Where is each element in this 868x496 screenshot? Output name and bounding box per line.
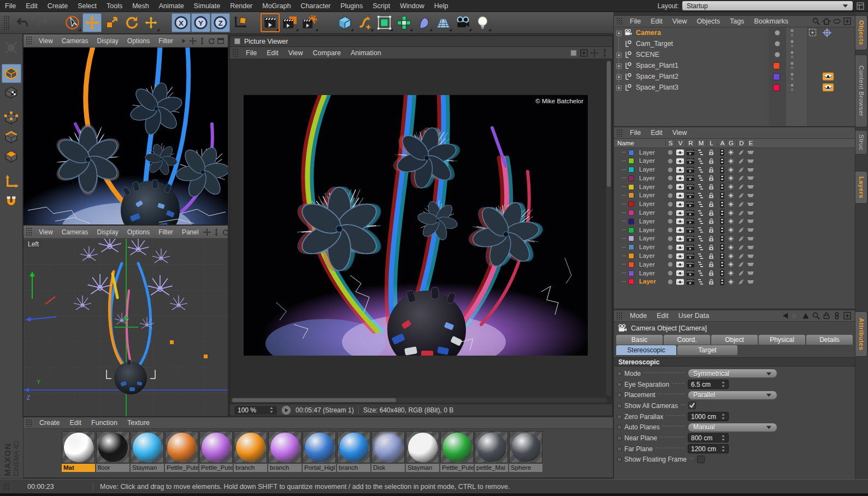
column-header[interactable]: R: [686, 140, 695, 146]
manager-icon[interactable]: [697, 218, 705, 225]
animation-icon[interactable]: [718, 218, 726, 225]
generator-icon[interactable]: [727, 210, 735, 216]
solo-dot-icon[interactable]: [666, 235, 674, 242]
display-tag-icon[interactable]: [808, 28, 817, 37]
attribute-tab[interactable]: Target: [677, 345, 737, 355]
material-item[interactable]: branch: [234, 431, 267, 472]
points-mode-icon[interactable]: [2, 109, 21, 128]
layer-name[interactable]: Layer: [639, 270, 655, 276]
material-item[interactable]: Mat: [62, 431, 95, 472]
material-name[interactable]: Pettle_Pute: [199, 464, 233, 472]
render-clap-icon[interactable]: [687, 184, 694, 190]
menu-item[interactable]: Create: [43, 2, 73, 10]
visible-eye-icon[interactable]: [676, 184, 684, 190]
menu-item[interactable]: Create: [34, 419, 65, 427]
manager-icon[interactable]: [697, 201, 705, 208]
menu-item[interactable]: File: [625, 17, 646, 25]
lock-icon[interactable]: [707, 175, 715, 181]
solo-dot-icon[interactable]: [666, 270, 674, 276]
solo-dot-icon[interactable]: [666, 253, 674, 259]
dropdown-select[interactable]: Manual: [688, 423, 777, 432]
solo-dot-icon[interactable]: [666, 201, 674, 208]
expression-icon[interactable]: [747, 244, 754, 251]
panel-grip[interactable]: [616, 17, 623, 25]
manager-icon[interactable]: [697, 253, 705, 259]
back-icon[interactable]: [781, 311, 789, 320]
panel-grip[interactable]: [616, 312, 623, 320]
manager-icon[interactable]: [697, 167, 705, 173]
lock-icon[interactable]: [707, 149, 715, 156]
expression-icon[interactable]: [747, 192, 754, 199]
menu-item[interactable]: Character: [296, 2, 335, 10]
layer-row[interactable]: Layer: [614, 234, 855, 243]
material-thumbnail[interactable]: [303, 431, 336, 463]
light-icon[interactable]: [473, 13, 492, 32]
visible-eye-icon[interactable]: [676, 270, 684, 276]
layer-color-swatch[interactable]: [628, 253, 634, 259]
toolbar-grip[interactable]: [3, 15, 10, 30]
render-picture-viewer-icon[interactable]: [280, 13, 299, 32]
object-row[interactable]: Space_Plant3: [614, 82, 855, 93]
menu-item[interactable]: View: [668, 129, 692, 137]
parameter-port[interactable]: [617, 436, 622, 440]
spline-pen-icon[interactable]: [355, 13, 374, 32]
deformer-icon[interactable]: [737, 244, 745, 251]
column-header[interactable]: M: [696, 140, 706, 146]
expression-icon[interactable]: [747, 235, 754, 242]
parameter-port[interactable]: [617, 371, 622, 376]
attribute-tab[interactable]: Physical: [759, 335, 805, 345]
solo-dot-icon[interactable]: [666, 184, 674, 190]
dropdown-select[interactable]: Parallel: [688, 391, 777, 400]
menu-item[interactable]: Animate: [154, 2, 189, 10]
toggle-view-icon[interactable]: [217, 37, 225, 45]
deformer-icon[interactable]: [737, 270, 745, 276]
visibility-dots-icon[interactable]: [790, 72, 794, 81]
attribute-tab[interactable]: Details: [806, 335, 853, 345]
viewport2-canvas[interactable]: Left: [23, 239, 228, 416]
checkbox[interactable]: [697, 456, 705, 463]
layer-color-swatch[interactable]: [628, 158, 634, 164]
column-header[interactable]: E: [746, 140, 755, 146]
layer-name[interactable]: Layer: [639, 244, 655, 250]
column-header[interactable]: D: [736, 140, 746, 146]
column-header[interactable]: S: [665, 140, 675, 146]
render-clap-icon[interactable]: [687, 279, 694, 285]
layer-name[interactable]: Layer: [639, 261, 655, 268]
object-name[interactable]: Space_Plant2: [636, 73, 678, 80]
generator-icon[interactable]: [727, 270, 735, 276]
visible-eye-icon[interactable]: [676, 279, 684, 285]
axis-mode-icon[interactable]: [2, 173, 21, 192]
zoom-view-icon[interactable]: [600, 49, 609, 57]
generator-icon[interactable]: [727, 158, 735, 164]
menu-item[interactable]: View: [34, 37, 57, 45]
attribute-tab[interactable]: Object: [711, 335, 758, 345]
visibility-dots-icon[interactable]: [790, 61, 794, 70]
layer-row[interactable]: Layer: [614, 252, 855, 261]
menu-item[interactable]: Edit: [646, 17, 668, 25]
name-column-header[interactable]: Name: [617, 140, 634, 146]
animation-icon[interactable]: [718, 261, 726, 268]
layer-color-swatch[interactable]: [628, 167, 634, 173]
expression-icon[interactable]: [747, 210, 754, 216]
material-name[interactable]: Stayman: [131, 464, 164, 472]
zoom-view-icon[interactable]: [212, 228, 220, 236]
lock-icon[interactable]: [707, 201, 715, 208]
visible-eye-icon[interactable]: [676, 158, 684, 164]
menu-item[interactable]: Edit: [652, 312, 674, 320]
animation-icon[interactable]: [718, 279, 726, 285]
material-item[interactable]: branch: [337, 431, 370, 472]
add-icon[interactable]: [580, 49, 588, 57]
polygons-mode-icon[interactable]: [2, 147, 21, 166]
layer-row[interactable]: Layer: [614, 243, 855, 252]
state-dot-icon[interactable]: [774, 51, 781, 58]
material-thumbnail[interactable]: [509, 431, 542, 463]
solo-dot-icon[interactable]: [666, 175, 674, 181]
column-header[interactable]: G: [726, 140, 736, 146]
layer-color-swatch[interactable]: [628, 235, 634, 241]
picture-viewer-titlebar[interactable]: Picture Viewer: [230, 36, 612, 47]
solo-dot-icon[interactable]: [666, 192, 674, 199]
subdivision-surface-icon[interactable]: [375, 13, 394, 32]
lock-icon[interactable]: [707, 235, 715, 242]
visible-eye-icon[interactable]: [676, 192, 684, 199]
expand-icon[interactable]: [616, 63, 622, 68]
